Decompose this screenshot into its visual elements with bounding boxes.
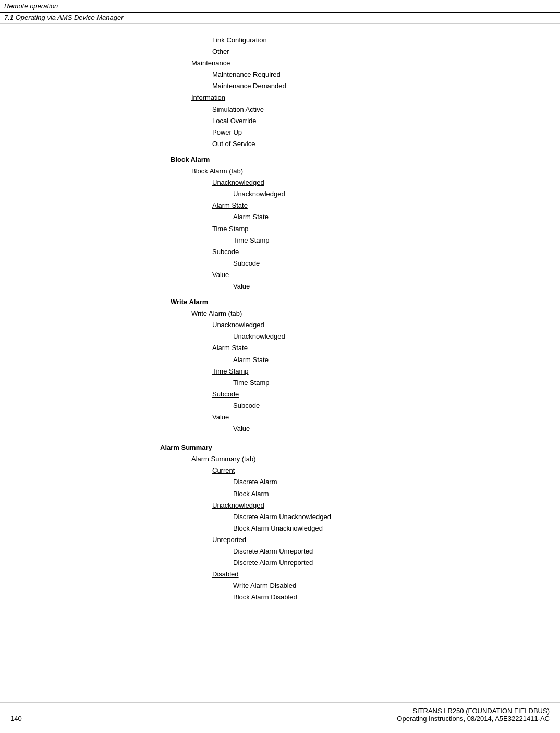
tree-item: Alarm State [233, 354, 494, 366]
tree-item: Time Stamp [212, 366, 494, 377]
tree-item: Block Alarm (tab) [191, 165, 494, 177]
tree-item: Power Up [212, 127, 494, 138]
tree-container: Link ConfigurationOtherMaintenanceMainte… [129, 34, 494, 604]
tree-item: Block Alarm [233, 488, 494, 500]
page-subheader: 7.1 Operating via AMS Device Manager [0, 13, 560, 24]
tree-item: Discrete Alarm [233, 476, 494, 488]
tree-item: Time Stamp [233, 377, 494, 389]
tree-item: Out of Service [212, 138, 494, 150]
tree-item: Time Stamp [233, 235, 494, 246]
tree-item: Local Override [212, 115, 494, 127]
page-header: Remote operation [0, 0, 560, 13]
tree-item: Disabled [212, 569, 494, 580]
tree-item: Value [233, 423, 494, 435]
tree-item: Current [212, 465, 494, 476]
tree-item: Maintenance [191, 57, 494, 69]
tree-item: Subcode [233, 400, 494, 412]
tree-item: Alarm State [212, 342, 494, 354]
tree-item: Unreported [212, 534, 494, 546]
tree-item: Unacknowledged [233, 188, 494, 200]
tree-item: Unacknowledged [233, 331, 494, 342]
tree-item: Unacknowledged [212, 500, 494, 511]
tree-item: Alarm Summary (tab) [191, 453, 494, 465]
tree-item: Unacknowledged [212, 177, 494, 188]
tree-item: Value [233, 281, 494, 292]
section-title: Remote operation [4, 2, 58, 10]
tree-item: Value [212, 269, 494, 281]
content-area: Link ConfigurationOtherMaintenanceMainte… [0, 24, 560, 645]
tree-item: Subcode [212, 389, 494, 400]
tree-item: Block Alarm Disabled [233, 592, 494, 603]
page-footer: 140 SITRANS LR250 (FOUNDATION FIELDBUS) … [0, 702, 560, 723]
tree-item: Simulation Active [212, 104, 494, 115]
tree-item: Other [212, 46, 494, 57]
tree-item: Discrete Alarm Unacknowledged [233, 511, 494, 523]
tree-item: Block Alarm Unacknowledged [233, 523, 494, 534]
tree-item: Discrete Alarm Unreported [233, 557, 494, 569]
tree-item: Link Configuration [212, 34, 494, 46]
doc-line2: Operating Instructions, 08/2014, A5E3222… [397, 715, 550, 723]
tree-item: Alarm Summary [160, 442, 494, 453]
tree-item: Maintenance Demanded [212, 80, 494, 92]
tree-item: Value [212, 412, 494, 423]
tree-item: Discrete Alarm Unreported [233, 546, 494, 557]
tree-item: Time Stamp [212, 223, 494, 235]
subsection-title: 7.1 Operating via AMS Device Manager [4, 14, 124, 21]
doc-info: SITRANS LR250 (FOUNDATION FIELDBUS) Oper… [397, 707, 550, 723]
tree-item: Alarm State [233, 211, 494, 223]
page-number: 140 [10, 715, 22, 723]
tree-item: Block Alarm [171, 154, 494, 165]
tree-item: Write Alarm Disabled [233, 580, 494, 592]
tree-item: Subcode [233, 258, 494, 269]
tree-item: Maintenance Required [212, 69, 494, 80]
tree-item: Subcode [212, 246, 494, 258]
tree-item: Information [191, 92, 494, 103]
tree-item: Write Alarm [171, 296, 494, 308]
tree-item: Alarm State [212, 200, 494, 211]
doc-line1: SITRANS LR250 (FOUNDATION FIELDBUS) [397, 707, 550, 715]
tree-item: Unacknowledged [212, 319, 494, 331]
tree-item: Write Alarm (tab) [191, 308, 494, 319]
